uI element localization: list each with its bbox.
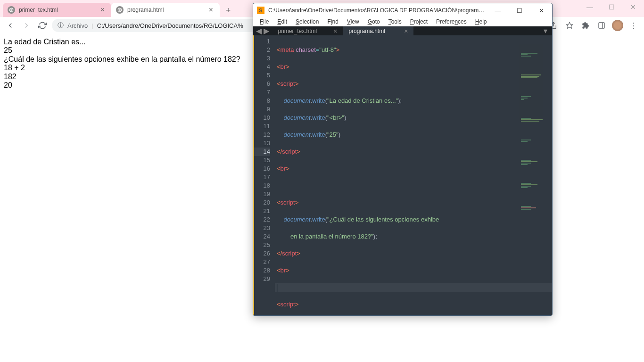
- tab-name: programa.html: [348, 28, 385, 34]
- tab-title: programa.html: [127, 7, 164, 13]
- menu-selection[interactable]: Selection: [292, 17, 322, 26]
- window-title: C:\Users\andre\OneDrive\Documentos\RG\LO…: [268, 7, 485, 14]
- close-icon[interactable]: ✕: [622, 0, 644, 14]
- tab-title: primer_tex.html: [19, 7, 58, 13]
- close-icon[interactable]: ×: [333, 27, 337, 35]
- globe-icon: [8, 6, 15, 14]
- address-label: Archivo: [67, 22, 88, 29]
- svg-marker-2: [566, 22, 572, 28]
- close-icon[interactable]: ×: [207, 6, 215, 14]
- line-gutter: 1234567891011 12131415161718192021222324…: [253, 35, 275, 316]
- info-icon: ⓘ: [58, 21, 64, 30]
- menu-preferences[interactable]: Preferences: [432, 17, 471, 26]
- chrome-tab-1[interactable]: primer_tex.html ×: [3, 3, 111, 17]
- maximize-icon[interactable]: ☐: [601, 0, 622, 14]
- sublime-window: S C:\Users\andre\OneDrive\Documentos\RG\…: [253, 3, 553, 316]
- svg-rect-3: [599, 23, 604, 28]
- tab-name: primer_tex.html: [278, 28, 317, 34]
- new-tab-button[interactable]: +: [222, 4, 235, 17]
- tab-dropdown-icon[interactable]: ▾: [539, 26, 552, 35]
- close-icon[interactable]: ×: [99, 6, 107, 14]
- menu-help[interactable]: Help: [471, 17, 491, 26]
- editor-tab-2[interactable]: programa.html ×: [343, 26, 413, 35]
- menu-find[interactable]: Find: [323, 17, 342, 26]
- sublime-tab-bar: ◀ ▶ primer_tex.html × programa.html × ▾: [253, 26, 552, 35]
- menu-edit[interactable]: Edit: [273, 17, 291, 26]
- sublime-titlebar[interactable]: S C:\Users\andre\OneDrive\Documentos\RG\…: [253, 3, 552, 17]
- menu-project[interactable]: Project: [406, 17, 431, 26]
- menu-icon[interactable]: ⋮: [627, 19, 640, 32]
- profile-avatar[interactable]: [611, 19, 624, 32]
- sublime-menu-bar: File Edit Selection Find View Goto Tools…: [253, 17, 552, 26]
- tab-nav-arrows[interactable]: ◀ ▶: [253, 26, 272, 35]
- minimize-icon[interactable]: —: [579, 0, 601, 14]
- maximize-icon[interactable]: ☐: [509, 3, 530, 17]
- back-button[interactable]: [4, 19, 17, 32]
- bookmark-icon[interactable]: [563, 19, 576, 32]
- close-icon[interactable]: ×: [404, 27, 408, 35]
- side-panel-icon[interactable]: [595, 19, 608, 32]
- editor-body: 1234567891011 12131415161718192021222324…: [253, 35, 552, 316]
- minimize-icon[interactable]: —: [487, 3, 509, 17]
- menu-file[interactable]: File: [256, 17, 272, 26]
- address-path: C:/Users/andre/OneDrive/Documentos/RG/LO…: [97, 22, 243, 29]
- code-area[interactable]: <meta charset="utf-8"> <br> <script> doc…: [275, 35, 552, 316]
- forward-button[interactable]: [20, 19, 33, 32]
- menu-view[interactable]: View: [343, 17, 363, 26]
- chrome-window-controls: — ☐ ✕: [579, 0, 644, 14]
- close-icon[interactable]: ✕: [530, 3, 552, 17]
- sublime-window-controls: — ☐ ✕: [487, 3, 552, 17]
- chrome-tab-2[interactable]: programa.html ×: [111, 3, 220, 17]
- minimap[interactable]: [519, 35, 552, 115]
- sublime-app-icon: S: [257, 7, 264, 14]
- reload-button[interactable]: [36, 19, 49, 32]
- editor-tab-1[interactable]: primer_tex.html ×: [272, 26, 343, 35]
- globe-icon: [116, 6, 124, 14]
- menu-goto[interactable]: Goto: [364, 17, 384, 26]
- extensions-icon[interactable]: [579, 19, 592, 32]
- menu-tools[interactable]: Tools: [385, 17, 405, 26]
- separator: |: [91, 22, 93, 29]
